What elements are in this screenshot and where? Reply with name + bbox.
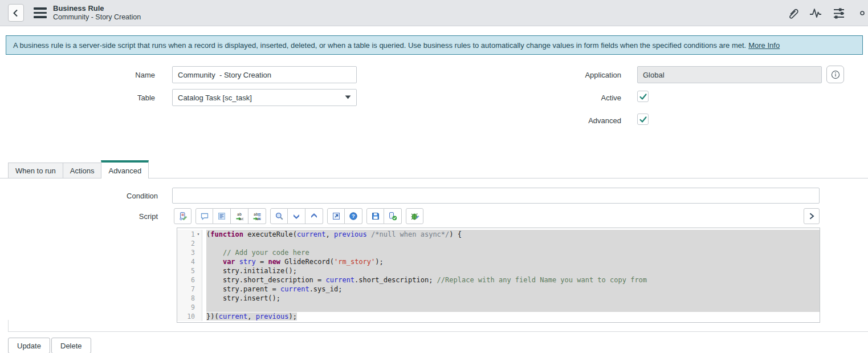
tab-actions[interactable]: Actions — [63, 163, 102, 178]
line-number-gutter: 3 — [177, 248, 202, 257]
update-button[interactable]: Update — [8, 338, 50, 353]
condition-label: Condition — [0, 192, 158, 200]
save-icon — [371, 212, 380, 221]
tab-content-bottom-border — [8, 331, 868, 332]
tab-content-left-border — [8, 320, 9, 331]
line-number-gutter: 1▾ — [177, 230, 202, 239]
code-line[interactable]: 1▾(function executeRule(current, previou… — [177, 230, 820, 239]
advanced-checkbox[interactable] — [637, 113, 649, 125]
svg-text:ac: ac — [239, 217, 244, 221]
replace-button[interactable]: ab ac — [231, 208, 248, 224]
tab-advanced[interactable]: Advanced — [101, 160, 149, 178]
line-number-gutter: 5 — [177, 266, 202, 275]
active-checkbox[interactable] — [637, 91, 649, 102]
tab-bar: When to runActionsAdvanced — [8, 161, 148, 178]
script-editor-toolbar: ab ac ab ac — [174, 208, 423, 224]
replace-all-button[interactable]: ab ac — [248, 208, 266, 224]
table-select-value: Catalog Task [sc_task] — [178, 94, 252, 102]
check-icon — [639, 92, 647, 101]
info-icon — [830, 70, 841, 80]
name-input[interactable] — [172, 66, 357, 83]
script-editor-button[interactable] — [174, 208, 191, 224]
line-number-gutter: 4 — [177, 257, 202, 266]
settings-sliders-icon[interactable] — [832, 6, 846, 20]
svg-text:ac: ac — [256, 217, 261, 221]
code-line[interactable]: 5 stry.initialize(); — [177, 266, 820, 275]
svg-text:ab: ab — [237, 212, 242, 217]
popout-icon — [332, 212, 341, 221]
help-button[interactable]: ? — [345, 208, 362, 224]
line-number-gutter: 6 — [177, 275, 202, 285]
active-label: Active — [507, 94, 621, 102]
check-icon — [639, 115, 647, 124]
application-input — [637, 66, 822, 83]
toggle-comment-button[interactable] — [195, 208, 213, 224]
debug-button[interactable] — [406, 208, 423, 224]
application-info-button[interactable] — [826, 66, 844, 83]
help-icon: ? — [349, 212, 358, 221]
fold-arrow-icon[interactable]: ▾ — [195, 230, 202, 239]
replace-all-icon: ab ac — [252, 212, 262, 221]
script-label: Script — [0, 212, 158, 221]
svg-text:?: ? — [352, 213, 355, 219]
code-line[interactable]: 6 stry.short_description = current.short… — [177, 275, 820, 285]
delete-button[interactable]: Delete — [51, 338, 91, 353]
search-icon — [275, 212, 284, 221]
more-icon[interactable] — [855, 6, 868, 20]
page-title: Business Rule — [53, 4, 141, 13]
save-button[interactable] — [366, 208, 384, 224]
toggle-fullscreen-editor-button[interactable] — [804, 208, 820, 224]
application-label: Application — [507, 71, 621, 79]
header-actions — [785, 6, 868, 20]
header-titles: Business Rule Community - Story Creation — [53, 4, 141, 22]
line-number-gutter: 10 — [177, 312, 202, 321]
find-previous-button[interactable] — [305, 208, 323, 224]
line-number-gutter: 2 — [177, 239, 202, 248]
debug-icon — [410, 212, 419, 221]
format-code-icon — [217, 212, 226, 221]
code-line[interactable]: 4 var stry = new GlideRecord('rm_story')… — [177, 257, 820, 266]
activity-icon[interactable] — [809, 6, 822, 20]
format-code-button[interactable] — [213, 208, 231, 224]
condition-input[interactable] — [172, 188, 820, 204]
back-button[interactable] — [8, 4, 24, 22]
name-label: Name — [0, 71, 155, 79]
more-info-link[interactable]: More Info — [748, 41, 780, 50]
chevron-down-icon — [345, 95, 351, 100]
chevron-up-icon — [309, 212, 319, 221]
chevron-right-icon — [808, 212, 816, 220]
table-label: Table — [0, 94, 155, 102]
attachment-icon[interactable] — [785, 6, 799, 20]
business-rule-page: Business Rule Community - Story Creation — [0, 0, 868, 353]
code-line[interactable]: 8 stry.insert(); — [177, 294, 820, 303]
find-next-button[interactable] — [288, 208, 305, 224]
comment-icon — [200, 212, 209, 221]
syntax-check-button[interactable] — [384, 208, 402, 224]
search-button[interactable] — [270, 208, 288, 224]
header-bar: Business Rule Community - Story Creation — [0, 0, 868, 26]
line-number-gutter: 8 — [177, 294, 202, 303]
table-select[interactable]: Catalog Task [sc_task] — [172, 89, 357, 106]
svg-text:ab: ab — [254, 212, 258, 217]
replace-icon: ab ac — [235, 212, 244, 221]
context-menu-icon[interactable] — [34, 7, 47, 18]
code-line[interactable]: 2 — [177, 239, 820, 248]
code-line[interactable]: 7 stry.parent = current.sys_id; — [177, 285, 820, 294]
syntax-check-icon — [388, 212, 397, 221]
line-number-gutter: 7 — [177, 285, 202, 294]
code-line[interactable]: 10})(current, previous); — [177, 312, 820, 321]
chevron-down-icon — [292, 212, 301, 221]
open-in-new-window-button[interactable] — [327, 208, 345, 224]
code-line[interactable]: 3 // Add your code here — [177, 248, 820, 257]
script-code-editor[interactable]: 1▾(function executeRule(current, previou… — [177, 228, 820, 323]
line-number-gutter: 9 — [177, 303, 202, 312]
chevron-left-icon — [11, 9, 21, 18]
tab-when-to-run[interactable]: When to run — [8, 163, 63, 178]
script-editor-icon — [178, 212, 188, 221]
page-subtitle: Community - Story Creation — [53, 13, 141, 22]
code-lines: 1▾(function executeRule(current, previou… — [177, 228, 820, 321]
code-line[interactable]: 9 — [177, 303, 820, 312]
info-message-text: A business rule is a server-side script … — [13, 41, 746, 50]
info-message-banner: A business rule is a server-side script … — [6, 35, 863, 55]
advanced-label: Advanced — [507, 116, 621, 125]
